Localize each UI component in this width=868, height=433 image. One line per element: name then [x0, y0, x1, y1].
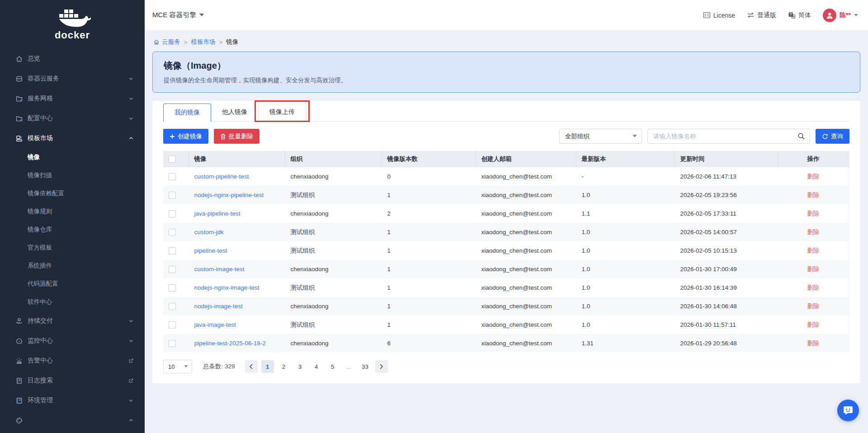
- product-switcher[interactable]: MCE 容器引擎: [152, 11, 204, 19]
- alarm-icon: [15, 357, 23, 365]
- row-checkbox[interactable]: [169, 229, 176, 236]
- submenu-item-image-repo[interactable]: 镜像仓库: [0, 221, 145, 239]
- query-button[interactable]: 查询: [816, 129, 849, 144]
- language-switcher[interactable]: 简体: [788, 11, 811, 19]
- delete-link[interactable]: 删除: [807, 247, 819, 254]
- page-number-5[interactable]: 5: [326, 360, 339, 373]
- sidebar-item-label: 配置中心: [28, 114, 128, 122]
- image-name-link[interactable]: nodejs-nginx-image-test: [194, 284, 259, 291]
- page-size-select[interactable]: 10: [163, 360, 192, 373]
- next-page-button[interactable]: [375, 360, 388, 373]
- submenu-item-system-plugins[interactable]: 系统插件: [0, 257, 145, 275]
- prev-page-button[interactable]: [245, 360, 258, 373]
- license-button[interactable]: License: [703, 12, 735, 19]
- row-checkbox[interactable]: [169, 321, 176, 329]
- breadcrumb-home-label: 云服务: [162, 38, 180, 46]
- edition-switcher[interactable]: 普通版: [747, 11, 776, 19]
- image-name-link[interactable]: custom-jdk: [194, 229, 224, 235]
- submenu-item-image[interactable]: 镜像: [0, 148, 145, 166]
- submenu-item-image-scan[interactable]: 镜像扫描: [0, 166, 145, 184]
- row-checkbox[interactable]: [169, 173, 176, 180]
- version-count-cell: 1: [382, 223, 476, 241]
- sidebar-item-continuous-delivery[interactable]: 持续交付: [0, 311, 145, 331]
- tab-my-images[interactable]: 我的镜像: [163, 104, 211, 122]
- table-header-row: 镜像 组织 镜像版本数 创建人邮箱 最新版本 更新时间 操作: [163, 151, 849, 167]
- sidebar-theme-collapse-row[interactable]: [0, 410, 145, 430]
- sidebar-item-container-cloud[interactable]: 容器云服务: [0, 69, 145, 89]
- delete-link[interactable]: 删除: [807, 192, 819, 198]
- palette-icon: [15, 417, 23, 424]
- breadcrumb-template-market[interactable]: 模板市场: [191, 38, 215, 46]
- image-name-link[interactable]: nodejs-image-test: [194, 303, 243, 310]
- version-count-cell: 1: [382, 241, 476, 260]
- row-checkbox[interactable]: [169, 210, 176, 217]
- updated-time-cell: 2026-01-30 16:14:39: [675, 278, 778, 297]
- submenu-item-official-templates[interactable]: 官方模板: [0, 239, 145, 257]
- email-cell: xiaodong_chen@test.com: [476, 241, 576, 260]
- search-icon[interactable]: [797, 132, 805, 140]
- version-count-cell: 1: [382, 278, 476, 297]
- select-all-checkbox[interactable]: [169, 155, 176, 163]
- org-cell: chenxiaodong: [285, 260, 382, 278]
- delete-link[interactable]: 删除: [807, 173, 819, 180]
- row-checkbox[interactable]: [169, 303, 176, 310]
- row-checkbox[interactable]: [169, 192, 176, 199]
- image-name-link[interactable]: pipeline-test-2025-06-18-2: [194, 340, 266, 347]
- batch-delete-button[interactable]: 批量删除: [214, 129, 259, 144]
- breadcrumb-home[interactable]: 云服务: [153, 38, 180, 46]
- tab-others-images[interactable]: 他人镜像: [211, 104, 258, 121]
- page-ellipsis[interactable]: ...: [343, 360, 355, 373]
- row-checkbox[interactable]: [169, 284, 176, 292]
- image-name-link[interactable]: custom-image-test: [194, 266, 245, 273]
- delete-link[interactable]: 删除: [807, 229, 819, 235]
- row-checkbox[interactable]: [169, 247, 176, 254]
- sidebar-item-overview[interactable]: 总览: [0, 49, 145, 69]
- sidebar-item-alert-center[interactable]: 告警中心: [0, 351, 145, 371]
- sidebar-item-env-management[interactable]: 环境管理: [0, 391, 145, 410]
- page-number-3[interactable]: 3: [294, 360, 307, 373]
- submenu-item-image-rules[interactable]: 镜像规则: [0, 202, 145, 221]
- submenu-item-code-source[interactable]: 代码源配置: [0, 275, 145, 293]
- support-chat-button[interactable]: [837, 400, 859, 421]
- image-name-link[interactable]: nodejs-nginx-pipeline-test: [194, 192, 264, 198]
- license-label: License: [713, 12, 735, 19]
- delete-link[interactable]: 删除: [807, 303, 819, 310]
- row-checkbox[interactable]: [169, 340, 176, 347]
- delete-link[interactable]: 删除: [807, 321, 819, 328]
- edition-label: 普通版: [757, 11, 776, 19]
- user-menu[interactable]: 陈**: [823, 9, 858, 22]
- image-name-link[interactable]: custom-pipeline-test: [194, 173, 249, 180]
- sidebar-item-log-search[interactable]: 日志搜索: [0, 371, 145, 391]
- create-image-button[interactable]: 创建镜像: [163, 129, 208, 144]
- delivery-icon: [15, 317, 23, 325]
- image-name-link[interactable]: pipeline-test: [194, 247, 227, 254]
- user-avatar: [823, 9, 836, 22]
- delete-link[interactable]: 删除: [807, 266, 819, 273]
- table-row: nodejs-nginx-pipeline-test 测试组织 1 xiaodo…: [163, 186, 849, 204]
- tab-image-upload[interactable]: 镜像上传: [258, 104, 306, 121]
- sidebar-item-template-market[interactable]: 模板市场: [0, 128, 145, 148]
- chevron-up-icon: [128, 418, 134, 423]
- sidebar-item-monitor-center[interactable]: 监控中心: [0, 331, 145, 351]
- sidebar-item-label: 模板市场: [28, 134, 128, 142]
- delete-link[interactable]: 删除: [807, 340, 819, 347]
- top-bar: MCE 容器引擎 License 普通版: [145, 0, 868, 31]
- image-name-link[interactable]: java-image-test: [194, 321, 236, 328]
- search-input[interactable]: [653, 133, 797, 140]
- image-name-link[interactable]: java-pipeline-test: [194, 210, 241, 217]
- submenu-item-image-deps[interactable]: 镜像依赖配置: [0, 184, 145, 202]
- page-number-1[interactable]: 1: [261, 360, 274, 373]
- docker-logo[interactable]: docker: [0, 0, 145, 49]
- org-filter-select[interactable]: 全部组织: [559, 129, 642, 144]
- delete-link[interactable]: 删除: [807, 210, 819, 217]
- sidebar-item-label: 监控中心: [28, 337, 128, 345]
- page-number-33[interactable]: 33: [359, 360, 372, 373]
- row-checkbox[interactable]: [169, 266, 176, 273]
- delete-link[interactable]: 删除: [807, 284, 819, 291]
- home-icon: [15, 55, 23, 63]
- sidebar-item-config-center[interactable]: 配置中心: [0, 108, 145, 128]
- page-number-2[interactable]: 2: [278, 360, 290, 373]
- sidebar-item-service-mesh[interactable]: 服务网格: [0, 89, 145, 108]
- page-number-4[interactable]: 4: [310, 360, 323, 373]
- submenu-item-software-center[interactable]: 软件中心: [0, 293, 145, 311]
